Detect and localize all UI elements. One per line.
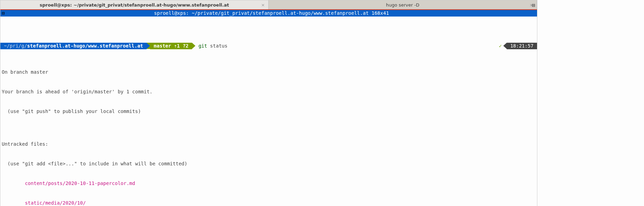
tab-bar: sproell@xps: ~/private/git_privat/stefan… bbox=[0, 0, 537, 10]
tab-title: hugo server -D bbox=[386, 2, 419, 8]
untracked-file: content/posts/2020-10-11-papercolor.md bbox=[0, 180, 537, 187]
prompt-line: ~/pri/g/stefanproell.at-hugo/www.stefanp… bbox=[0, 43, 537, 49]
output-line: Your branch is ahead of 'origin/master' … bbox=[0, 89, 537, 95]
output-line: On branch master bbox=[0, 69, 537, 75]
tab-active[interactable]: sproell@xps: ~/private/git_privat/stefan… bbox=[0, 0, 269, 9]
terminal-window: sproell@xps: ~/private/git_privat/stefan… bbox=[0, 0, 537, 206]
powerline-arrow-icon bbox=[192, 43, 195, 49]
title-bar: ⊟ sproell@xps: ~/private/git_privat/stef… bbox=[0, 10, 537, 17]
output-line: Untracked files: bbox=[0, 141, 537, 147]
command: git status bbox=[195, 43, 227, 49]
close-icon[interactable]: × bbox=[261, 2, 265, 8]
split-icon: ⊟ bbox=[2, 10, 4, 17]
prompt-path: ~/pri/g/stefanproell.at-hugo/www.stefanp… bbox=[0, 43, 147, 49]
menu-icon[interactable]: ▤ bbox=[532, 2, 535, 8]
prompt-branch: master ⇡1 ?2 bbox=[150, 43, 192, 49]
check-icon: ✓ bbox=[499, 43, 502, 49]
title-text: sproell@xps: ~/private/git_privat/stefan… bbox=[6, 10, 537, 17]
output-line: (use "git push" to publish your local co… bbox=[0, 108, 537, 115]
tab-inactive[interactable]: hugo server -D × bbox=[269, 0, 537, 9]
tab-title: sproell@xps: ~/private/git_privat/stefan… bbox=[40, 2, 229, 8]
timestamp: 18:21:57 bbox=[507, 43, 537, 49]
terminal-body[interactable]: ~/pri/g/stefanproell.at-hugo/www.stefanp… bbox=[0, 17, 537, 206]
powerline-arrow-icon bbox=[147, 43, 150, 49]
untracked-file: static/media/2020/10/ bbox=[0, 200, 537, 206]
output-line: (use "git add <file>..." to include in w… bbox=[0, 161, 537, 167]
powerline-arrow-left-icon bbox=[503, 43, 507, 49]
